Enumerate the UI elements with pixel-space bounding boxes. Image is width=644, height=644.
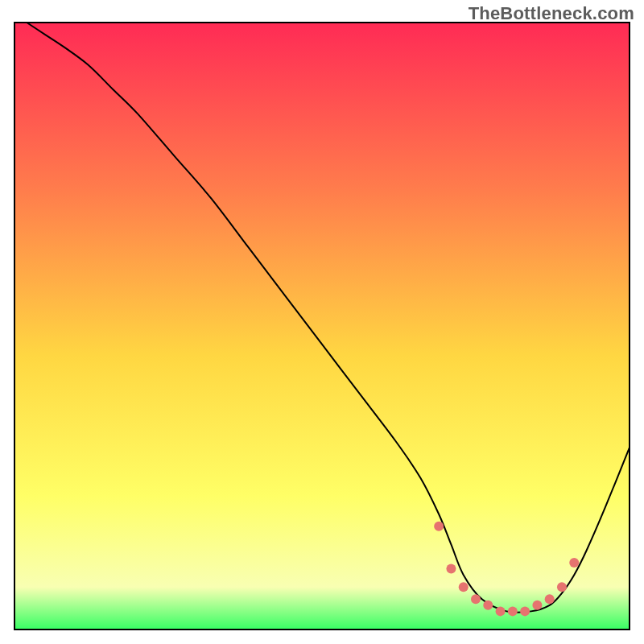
optimal-dot: [434, 522, 444, 531]
optimal-dot: [557, 582, 567, 592]
optimal-dot: [532, 601, 542, 610]
plot-background: [14, 23, 630, 630]
optimal-dot: [471, 594, 481, 604]
optimal-dot: [483, 601, 493, 610]
optimal-dot: [446, 564, 456, 574]
bottleneck-chart: [0, 0, 644, 644]
optimal-dot: [496, 606, 506, 616]
watermark-text: TheBottleneck.com: [469, 3, 634, 24]
optimal-dot: [520, 606, 530, 616]
optimal-dot: [508, 606, 518, 616]
optimal-dot: [569, 558, 579, 568]
optimal-dot: [459, 582, 469, 592]
chart-frame: TheBottleneck.com: [0, 0, 644, 644]
optimal-dot: [545, 594, 555, 604]
